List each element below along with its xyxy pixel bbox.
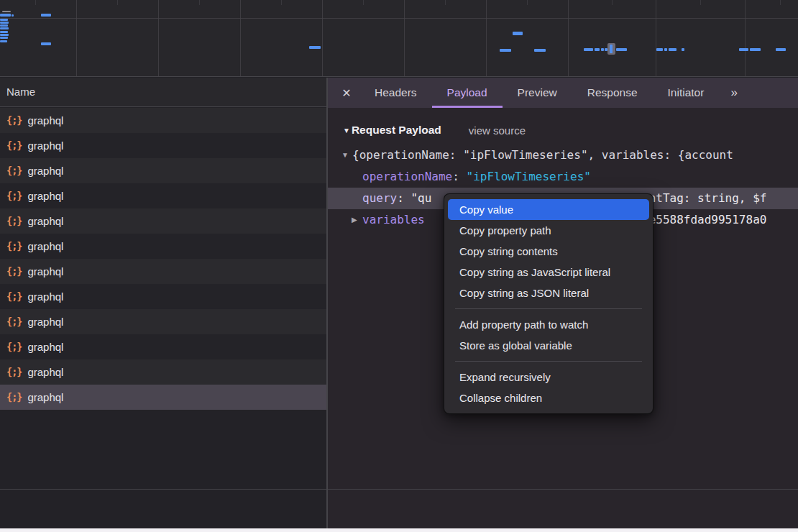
table-row[interactable]: {;}graphql [0,208,327,234]
request-timing-bar [595,48,600,51]
request-timing-bar [0,22,9,24]
timeline-tick [527,0,528,5]
payload-tree-row[interactable]: ▼{operationName: "ipFlowTimeseries", var… [328,145,798,166]
request-name: graphql [27,309,63,334]
menu-item-copy-string-as-javascript-literal[interactable]: Copy string as JavaScript literal [444,262,653,283]
timeline-row-divider [0,18,798,19]
payload-text-segment: variables [362,213,425,226]
request-timing-bar [0,37,8,39]
menu-item-add-property-path-to-watch[interactable]: Add property path to watch [444,314,653,335]
menu-item-copy-string-contents[interactable]: Copy string contents [444,241,653,262]
menu-item-expand-recursively[interactable]: Expand recursively [444,367,653,387]
request-timing-bar [2,11,11,12]
collapsed-arrow-icon[interactable]: ▶ [352,209,357,231]
timeline-tick [199,0,200,5]
timeline-tick [363,0,364,5]
json-request-icon: {;} [6,284,22,309]
menu-separator [455,361,642,362]
request-timing-bar [664,48,667,51]
request-timing-bar [0,14,11,17]
json-request-icon: {;} [6,158,22,183]
network-overview-timeline[interactable] [0,0,798,77]
menu-separator [455,308,642,309]
timeline-tick [780,0,781,5]
request-timing-bar [656,48,663,51]
section-caret-icon[interactable]: ▼ [343,127,350,134]
timeline-tick [281,0,282,5]
detail-tab-bar: ✕HeadersPayloadPreviewResponseInitiator» [328,78,798,108]
timeline-gridline [745,0,746,76]
request-payload-section-header[interactable]: ▼ Request Payload view source [343,119,798,142]
request-timing-bar [584,48,593,51]
request-timing-bar [0,31,8,33]
table-row[interactable]: {;}graphql [0,234,327,259]
json-request-icon: {;} [6,259,22,284]
payload-text-segment: {operationName: "ipFlowTimeseries", vari… [352,148,733,162]
json-request-icon: {;} [6,108,22,133]
menu-item-copy-string-as-json-literal[interactable]: Copy string as JSON literal [444,283,653,303]
request-timing-bar [0,40,7,42]
request-timing-bar [616,48,627,51]
tab-initiator[interactable]: Initiator [653,78,720,108]
payload-text-segment: : [452,170,466,183]
table-row[interactable]: {;}graphql [0,183,327,208]
table-row[interactable]: {;}graphql [0,385,327,410]
expanded-arrow-icon[interactable]: ▼ [341,145,349,166]
request-name: graphql [27,158,63,183]
table-row[interactable]: {;}graphql [0,359,327,385]
json-request-icon: {;} [6,309,22,334]
timeline-tick [445,0,446,5]
table-row[interactable]: {;}graphql [0,259,327,284]
table-row[interactable]: {;}graphql [0,309,327,334]
tab-headers[interactable]: Headers [359,78,432,108]
payload-tree-row[interactable]: operationName: "ipFlowTimeseries" [328,166,798,188]
timeline-tick [35,0,36,5]
view-source-link[interactable]: view source [469,124,526,137]
tab-preview[interactable]: Preview [503,78,572,108]
timeline-gridline [656,0,656,76]
request-timing-bar [12,14,14,17]
table-row[interactable]: {;}graphql [0,158,327,183]
timeline-gridline [568,0,569,76]
name-column-header[interactable]: Name [0,78,327,107]
request-name: graphql [27,259,63,284]
json-request-icon: {;} [6,359,22,385]
json-request-icon: {;} [6,183,22,208]
menu-item-store-as-global-variable[interactable]: Store as global variable [444,335,653,356]
menu-item-copy-property-path[interactable]: Copy property path [444,220,653,241]
request-timing-bar [41,42,51,45]
request-timing-bar [750,48,761,51]
table-row[interactable]: {;}graphql [0,108,327,133]
request-timing-bar [669,48,677,51]
tab-payload[interactable]: Payload [432,78,503,108]
timeline-gridline [240,0,241,76]
tab-response[interactable]: Response [572,78,653,108]
payload-text-fragment-right: ee5588fdad995178a0 [642,209,766,231]
request-timing-bar [500,49,511,52]
request-timing-bar [0,34,9,36]
json-request-icon: {;} [6,234,22,259]
close-icon[interactable]: ✕ [334,78,359,108]
request-name: graphql [27,183,63,208]
request-timing-bar [0,19,8,21]
request-timing-bar [0,24,8,27]
request-name: graphql [27,208,63,234]
table-row[interactable]: {;}graphql [0,284,327,309]
request-timing-bar [309,46,321,49]
context-menu: Copy valueCopy property pathCopy string … [444,193,653,414]
table-row[interactable]: {;}graphql [0,334,327,359]
menu-item-collapse-children[interactable]: Collapse children [444,387,653,408]
json-request-icon: {;} [6,133,22,158]
table-row[interactable]: {;}graphql [0,133,327,158]
overflow-tabs-icon[interactable]: » [720,78,746,108]
payload-text-segment: operationName [362,170,452,183]
request-timing-bar [682,48,684,51]
menu-item-copy-value[interactable]: Copy value [448,199,649,220]
request-name: graphql [27,284,63,309]
payload-text-fragment-right: untTag: string, $f [642,188,766,209]
request-name: graphql [27,234,63,259]
json-request-icon: {;} [6,334,22,359]
payload-text-segment: query [362,191,397,205]
request-timing-bar [513,32,523,35]
section-title: Request Payload [352,124,441,137]
